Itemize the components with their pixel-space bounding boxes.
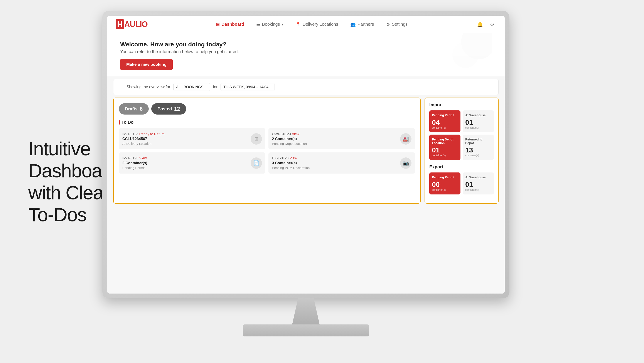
account-icon: ⊙ <box>490 22 494 27</box>
export-status-grid: Pending Permit 00 container(s) At Wareho… <box>429 172 494 194</box>
import-pending-depot-card: Pending Depot Location 01 container(s) <box>429 134 460 160</box>
export-at-warehouse-card: At Warehouse 01 container(s) <box>463 172 494 194</box>
page-wrapper: Intuitive Dashboard with Clear To-Dos HA… <box>0 0 644 363</box>
todo-card-info-1: OWI-1-0123 View 2 Container(s) Pending D… <box>272 132 400 146</box>
bookings-icon: ☰ <box>256 22 260 27</box>
container-icon: ⊞ <box>250 133 262 144</box>
import-card-count-3: 13 <box>465 146 491 154</box>
todo-ref-0: CCLU1234567 <box>122 137 250 141</box>
todo-grid: IM-1-0123 Ready to Return CCLU1234567 At… <box>119 128 415 174</box>
todo-link-3[interactable]: View <box>290 156 297 160</box>
todo-link-0[interactable]: Ready to Return <box>139 132 164 136</box>
posted-label: Posted <box>158 106 172 112</box>
import-card-title-1: At Warehouse <box>465 114 491 117</box>
chevron-down-icon: ▾ <box>282 23 283 26</box>
partners-icon: 👥 <box>350 22 356 27</box>
nav-item-settings[interactable]: ⚙ Settings <box>380 20 414 29</box>
todo-card-3: EX-1-0123 View 3 Container(s) Pending VG… <box>268 152 415 174</box>
status-panel: Import Pending Permit 04 container(s) At… <box>424 98 498 204</box>
todo-status-0: At Delivery Location <box>122 142 250 146</box>
todo-ref-3: 3 Container(s) <box>272 161 400 165</box>
welcome-section: Welcome. How are you doing today? You ca… <box>107 33 505 76</box>
todo-id-text-1: OWI-1-0123 <box>272 132 291 136</box>
import-at-warehouse-card: At Warehouse 01 container(s) <box>463 110 494 132</box>
dashboard-icon: ⊞ <box>216 22 220 27</box>
warehouse-icon: 🏭 <box>400 133 412 144</box>
bookings-panel: Drafts 8 Posted 12 To Do <box>113 98 420 204</box>
todo-ref-2: 2 Container(s) <box>122 161 250 165</box>
nav-label-settings: Settings <box>392 22 408 27</box>
export-card-title-0: Pending Permit <box>432 176 458 179</box>
todo-card-id-2: IM-1-0123 View <box>122 156 250 160</box>
account-button[interactable]: ⊙ <box>488 20 496 28</box>
monitor-screen: HAULIO ⊞ Dashboard ☰ Bookings ▾ <box>107 16 505 294</box>
todo-card-info-3: EX-1-0123 View 3 Container(s) Pending VG… <box>272 156 400 170</box>
monitor-neck <box>286 298 326 324</box>
main-content: Drafts 8 Posted 12 To Do <box>107 98 505 204</box>
todo-link-2[interactable]: View <box>139 156 146 160</box>
drafts-label: Drafts <box>125 106 138 112</box>
for-label: for <box>213 85 218 89</box>
filter-bar: Showing the overview for ALL BOOKINGS fo… <box>113 79 498 95</box>
nav-item-bookings[interactable]: ☰ Bookings ▾ <box>250 20 289 29</box>
export-card-count-1: 01 <box>465 181 491 188</box>
todo-id-text-3: EX-1-0123 <box>272 156 289 160</box>
import-returned-depot-card: Returned to Depot 13 container(s) <box>463 134 494 160</box>
make-booking-button[interactable]: Make a new booking <box>120 59 173 70</box>
monitor-wrapper: HAULIO ⊞ Dashboard ☰ Bookings ▾ <box>102 11 510 348</box>
import-card-sub-1: container(s) <box>465 126 491 129</box>
nav-links: ⊞ Dashboard ☰ Bookings ▾ 📍 Delivery Loca… <box>148 20 476 29</box>
import-card-sub-3: container(s) <box>465 154 491 157</box>
todo-status-3: Pending VGM Declaration <box>272 166 400 170</box>
monitor-base <box>243 324 369 336</box>
import-pending-permit-card: Pending Permit 04 container(s) <box>429 110 460 132</box>
todo-card-info-0: IM-1-0123 Ready to Return CCLU1234567 At… <box>122 132 250 146</box>
todo-status-1: Pending Depot Location <box>272 142 400 146</box>
todo-status-2: Pending Permit <box>122 166 250 170</box>
nav-icon-group: 🔔 ⊙ <box>476 20 496 28</box>
nav-item-delivery[interactable]: 📍 Delivery Locations <box>289 20 344 29</box>
todo-card-id-0: IM-1-0123 Ready to Return <box>122 132 250 136</box>
posted-count: 12 <box>174 106 180 112</box>
import-card-count-1: 01 <box>465 119 491 126</box>
docs-icon: 📄 <box>250 158 262 169</box>
nav-label-delivery: Delivery Locations <box>302 22 338 27</box>
import-card-count-0: 04 <box>432 119 458 126</box>
logo-h: H <box>116 20 124 29</box>
drafts-tab[interactable]: Drafts 8 <box>119 103 149 114</box>
date-range-select[interactable]: THIS WEEK, 08/04 – 14/04 <box>220 83 275 91</box>
tab-buttons: Drafts 8 Posted 12 <box>119 103 415 114</box>
todo-card-info-2: IM-1-0123 View 2 Container(s) Pending Pe… <box>122 156 250 170</box>
export-pending-permit-card: Pending Permit 00 container(s) <box>429 172 460 194</box>
todo-id-text-2: IM-1-0123 <box>122 156 138 160</box>
import-card-sub-0: container(s) <box>432 126 458 129</box>
todo-link-1[interactable]: View <box>292 132 299 136</box>
export-card-title-1: At Warehouse <box>465 176 491 179</box>
nav-label-bookings: Bookings <box>262 22 280 27</box>
import-card-count-2: 01 <box>432 146 458 154</box>
import-card-title-3: Returned to Depot <box>465 138 491 145</box>
todo-card-1: OWI-1-0123 View 2 Container(s) Pending D… <box>268 128 415 150</box>
app-body: Welcome. How are you doing today? You ca… <box>107 33 505 294</box>
delivery-icon: 📍 <box>296 22 301 27</box>
export-card-sub-1: container(s) <box>465 188 491 192</box>
app-logo: HAULIO <box>116 20 148 29</box>
nav-item-partners[interactable]: 👥 Partners <box>344 20 380 29</box>
app-nav: HAULIO ⊞ Dashboard ☰ Bookings ▾ <box>107 16 505 33</box>
nav-item-dashboard[interactable]: ⊞ Dashboard <box>210 20 250 29</box>
todo-ref-1: 2 Container(s) <box>272 137 400 141</box>
todo-section-label: To Do <box>119 120 415 125</box>
posted-tab[interactable]: Posted 12 <box>151 103 186 114</box>
showing-label: Showing the overview for <box>126 85 170 89</box>
import-card-title-0: Pending Permit <box>432 114 458 117</box>
monitor-outer: HAULIO ⊞ Dashboard ☰ Bookings ▾ <box>102 11 510 298</box>
camera-icon: 📷 <box>400 158 412 169</box>
notification-button[interactable]: 🔔 <box>476 20 484 28</box>
drafts-count: 8 <box>140 106 142 112</box>
booking-type-select[interactable]: ALL BOOKINGS <box>173 83 210 91</box>
import-card-sub-2: container(s) <box>432 154 458 157</box>
svg-point-1 <box>452 42 478 68</box>
welcome-decoration <box>435 33 492 72</box>
todo-id-text-0: IM-1-0123 <box>122 132 138 136</box>
import-section-title: Import <box>429 102 494 107</box>
